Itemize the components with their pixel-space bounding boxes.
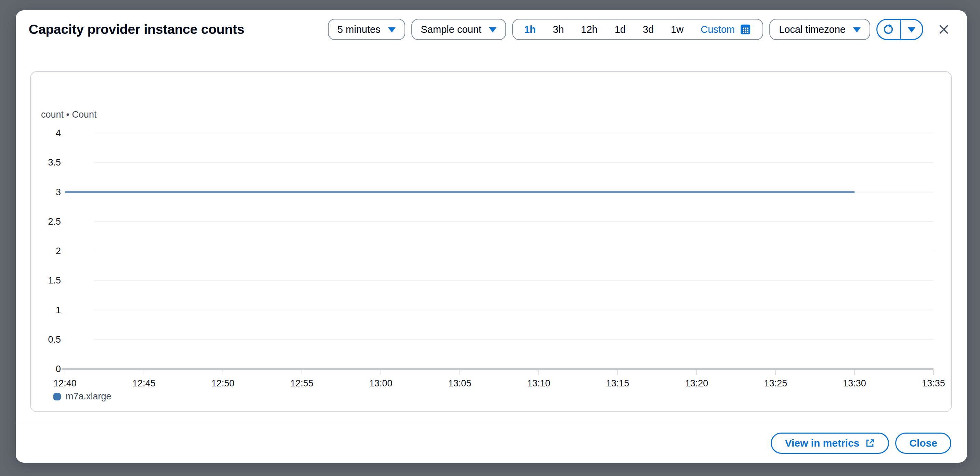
y-axis-labels: 43.532.521.510.50 xyxy=(48,128,61,374)
svg-text:13:10: 13:10 xyxy=(527,378,550,388)
svg-text:13:35: 13:35 xyxy=(922,378,945,388)
calendar-icon xyxy=(740,24,751,35)
chart-card: count • Count 43.532.521.510.5012:4012:4… xyxy=(30,71,952,412)
gridlines xyxy=(62,133,934,369)
close-button[interactable]: Close xyxy=(895,433,951,454)
time-range-group: 1h 3h 12h 1d 3d 1w Custom xyxy=(512,19,763,40)
svg-text:13:25: 13:25 xyxy=(764,378,787,388)
svg-text:13:20: 13:20 xyxy=(685,378,708,388)
time-range-12h[interactable]: 12h xyxy=(573,24,606,35)
svg-text:0: 0 xyxy=(56,364,61,374)
view-in-metrics-button[interactable]: View in metrics xyxy=(771,433,889,454)
view-in-metrics-label: View in metrics xyxy=(785,437,859,449)
svg-text:12:50: 12:50 xyxy=(211,378,235,388)
close-button-label: Close xyxy=(909,437,937,449)
legend-color-swatch xyxy=(53,393,61,400)
x-axis-ticks xyxy=(65,370,934,375)
page-title: Capacity provider instance counts xyxy=(29,22,245,37)
modal-header: Capacity provider instance counts 5 minu… xyxy=(29,19,951,40)
svg-text:13:30: 13:30 xyxy=(843,378,866,388)
refresh-icon xyxy=(883,24,894,35)
svg-text:2.5: 2.5 xyxy=(48,217,61,227)
svg-text:0.5: 0.5 xyxy=(48,334,61,345)
svg-text:4: 4 xyxy=(56,128,61,138)
refresh-button[interactable] xyxy=(877,20,901,39)
statistic-select[interactable]: Sample count xyxy=(411,19,506,40)
modal-footer: View in metrics Close xyxy=(16,423,967,463)
caret-down-icon xyxy=(853,27,861,32)
period-select[interactable]: 5 minutes xyxy=(328,19,405,40)
svg-text:3.5: 3.5 xyxy=(48,157,61,167)
time-range-3d[interactable]: 3d xyxy=(634,24,662,35)
svg-text:1.5: 1.5 xyxy=(48,275,61,285)
timezone-select[interactable]: Local timezone xyxy=(769,19,870,40)
svg-text:12:45: 12:45 xyxy=(132,378,156,388)
caret-down-icon xyxy=(489,27,496,32)
svg-text:12:40: 12:40 xyxy=(53,378,76,388)
timezone-select-value: Local timezone xyxy=(779,24,846,35)
time-range-1w[interactable]: 1w xyxy=(662,24,692,35)
caret-down-icon xyxy=(908,27,915,32)
svg-text:12:55: 12:55 xyxy=(290,378,313,388)
capacity-provider-chart-modal: Capacity provider instance counts 5 minu… xyxy=(16,10,967,463)
statistic-select-value: Sample count xyxy=(421,24,482,35)
svg-text:13:00: 13:00 xyxy=(369,378,393,388)
time-range-1d[interactable]: 1d xyxy=(606,24,634,35)
svg-text:13:05: 13:05 xyxy=(448,378,471,388)
svg-text:1: 1 xyxy=(56,305,61,315)
time-range-custom[interactable]: Custom xyxy=(692,24,760,35)
refresh-split-button xyxy=(877,19,923,40)
modal-overlay: { "modal": { "title": "Capacity provider… xyxy=(0,0,980,476)
svg-text:2: 2 xyxy=(56,246,61,256)
legend-label: m7a.xlarge xyxy=(66,391,111,402)
modal-close-button[interactable] xyxy=(936,22,951,37)
legend-item-m7a-xlarge[interactable]: m7a.xlarge xyxy=(53,391,111,402)
chart-toolbar: 5 minutes Sample count 1h 3h 12h 1d 3d 1… xyxy=(328,19,951,40)
line-chart[interactable]: 43.532.521.510.5012:4012:4512:5012:5513:… xyxy=(31,72,951,411)
time-range-custom-label: Custom xyxy=(701,24,735,35)
external-link-icon xyxy=(865,438,875,448)
x-axis-labels: 12:4012:4512:5012:5513:0013:0513:1013:15… xyxy=(53,378,945,388)
svg-text:13:15: 13:15 xyxy=(606,378,630,388)
close-icon xyxy=(937,22,951,36)
time-range-1h[interactable]: 1h xyxy=(515,24,544,35)
chart-legend: m7a.xlarge xyxy=(53,391,111,402)
refresh-options-button[interactable] xyxy=(901,20,922,39)
time-range-3h[interactable]: 3h xyxy=(544,24,573,35)
period-select-value: 5 minutes xyxy=(337,24,380,35)
caret-down-icon xyxy=(388,27,396,32)
svg-text:3: 3 xyxy=(56,187,61,197)
